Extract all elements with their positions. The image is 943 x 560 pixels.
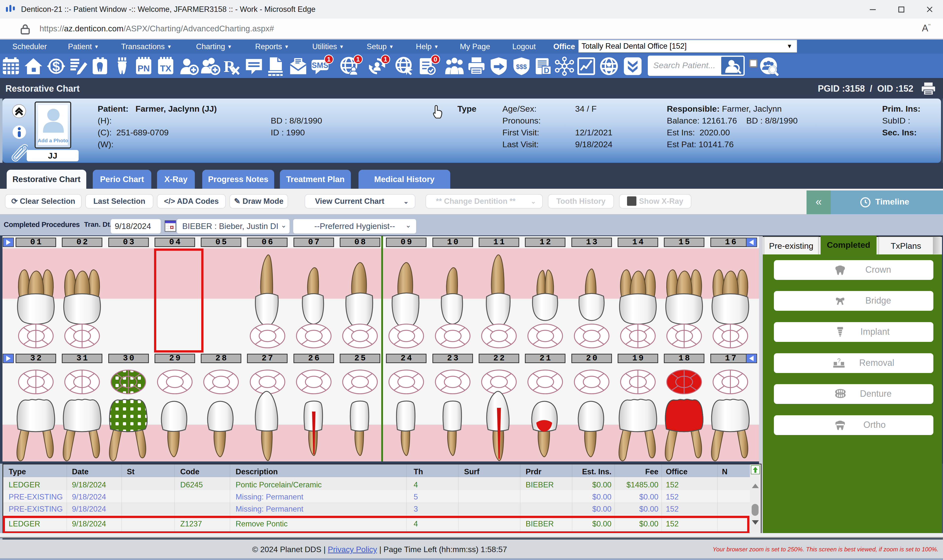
svg-text:PN: PN [137,63,150,73]
svg-text:TX: TX [160,63,171,73]
svg-text:$$$: $$$ [516,63,527,71]
svg-text:D: D [544,66,549,75]
svg-text:?: ? [837,357,841,364]
